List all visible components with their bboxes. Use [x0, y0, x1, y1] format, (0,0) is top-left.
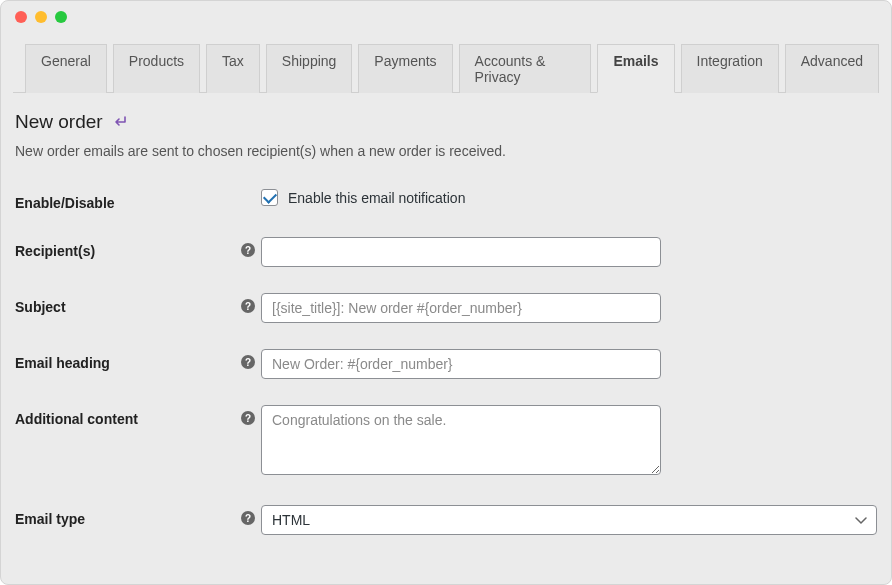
label-additional-content: Additional content	[15, 411, 138, 427]
settings-form: Enable/Disable Enable this email notific…	[15, 189, 877, 535]
label-recipients: Recipient(s)	[15, 243, 95, 259]
page-title: New order	[15, 111, 103, 133]
window-minimize-button[interactable]	[35, 11, 47, 23]
label-subject: Subject	[15, 299, 66, 315]
window-close-button[interactable]	[15, 11, 27, 23]
label-enable-disable: Enable/Disable	[15, 195, 115, 211]
help-icon[interactable]: ?	[241, 411, 255, 425]
settings-tabs: General Products Tax Shipping Payments A…	[13, 43, 879, 93]
label-email-heading: Email heading	[15, 355, 110, 371]
enable-checkbox[interactable]	[261, 189, 278, 206]
page-body: New order New order emails are sent to c…	[13, 93, 879, 535]
tab-emails[interactable]: Emails	[597, 44, 674, 93]
additional-content-textarea[interactable]	[261, 405, 661, 475]
window: General Products Tax Shipping Payments A…	[0, 0, 892, 585]
tab-tax[interactable]: Tax	[206, 44, 260, 93]
email-heading-input[interactable]	[261, 349, 661, 379]
tab-products[interactable]: Products	[113, 44, 200, 93]
tab-advanced[interactable]: Advanced	[785, 44, 879, 93]
tab-integration[interactable]: Integration	[681, 44, 779, 93]
tab-accounts-privacy[interactable]: Accounts & Privacy	[459, 44, 592, 93]
subject-input[interactable]	[261, 293, 661, 323]
window-titlebar	[1, 1, 891, 33]
enable-checkbox-label: Enable this email notification	[288, 190, 465, 206]
label-email-type: Email type	[15, 511, 85, 527]
recipients-input[interactable]	[261, 237, 661, 267]
tab-shipping[interactable]: Shipping	[266, 44, 353, 93]
tab-general[interactable]: General	[25, 44, 107, 93]
return-icon[interactable]	[113, 116, 127, 128]
email-type-select[interactable]: HTML	[261, 505, 877, 535]
content-area: General Products Tax Shipping Payments A…	[1, 33, 891, 584]
page-description: New order emails are sent to chosen reci…	[15, 143, 877, 159]
window-maximize-button[interactable]	[55, 11, 67, 23]
help-icon[interactable]: ?	[241, 511, 255, 525]
help-icon[interactable]: ?	[241, 355, 255, 369]
help-icon[interactable]: ?	[241, 243, 255, 257]
help-icon[interactable]: ?	[241, 299, 255, 313]
enable-checkbox-row[interactable]: Enable this email notification	[261, 189, 661, 206]
tab-payments[interactable]: Payments	[358, 44, 452, 93]
